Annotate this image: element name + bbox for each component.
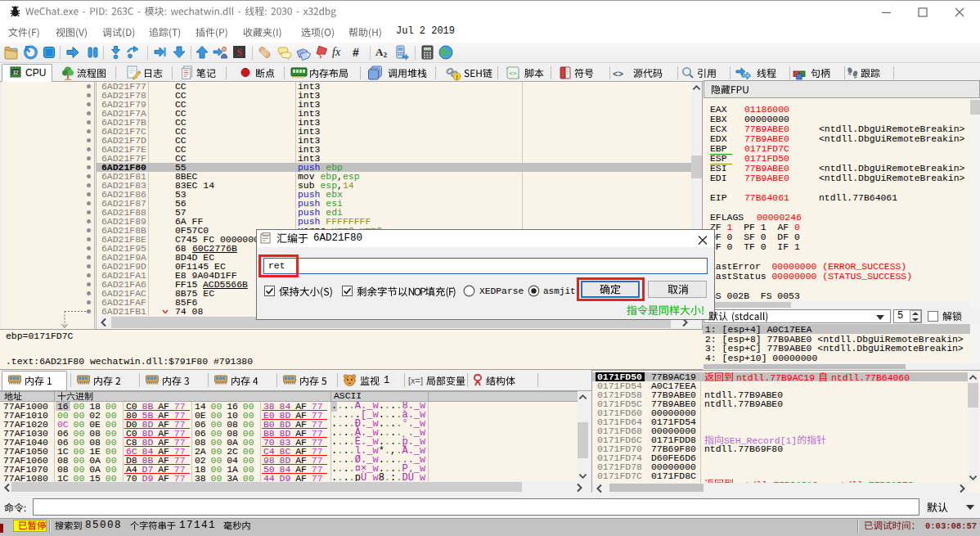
svg-text:!: ! [456, 74, 458, 81]
svg-text:32: 32 [12, 70, 19, 75]
svg-text:<>: <> [613, 70, 624, 79]
svg-text:<>: <> [509, 70, 517, 77]
